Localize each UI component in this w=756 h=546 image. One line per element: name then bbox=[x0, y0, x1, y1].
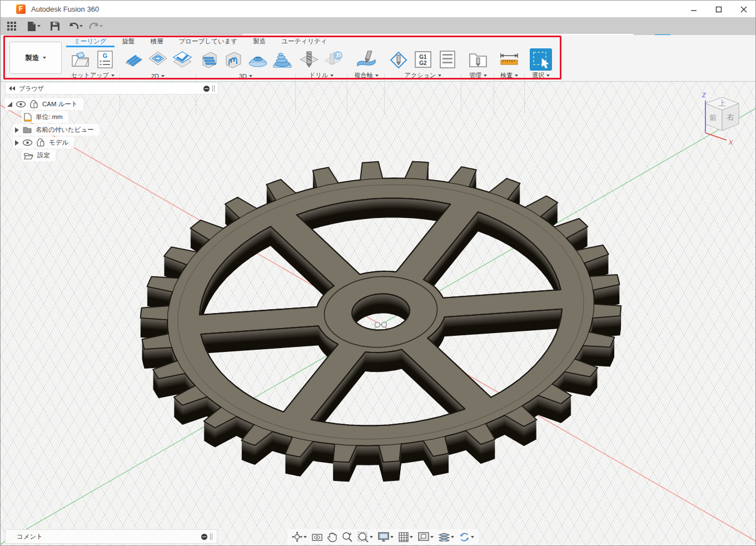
tab-turning[interactable]: 旋盤 bbox=[115, 36, 143, 47]
display-settings-icon[interactable] bbox=[378, 532, 394, 542]
3d-spiral-icon[interactable] bbox=[272, 48, 293, 71]
group-setup: G セットアップ bbox=[66, 48, 120, 81]
group-setup-label[interactable]: セットアップ bbox=[66, 71, 120, 80]
2d-adaptive-icon[interactable] bbox=[123, 48, 144, 71]
file-menu-icon[interactable] bbox=[25, 19, 38, 33]
dropdown-caret-icon bbox=[330, 75, 334, 77]
visual-style-icon[interactable] bbox=[439, 533, 454, 542]
redo-icon[interactable] bbox=[87, 19, 101, 33]
group-manage: 管理 bbox=[463, 48, 493, 81]
new-setup-icon[interactable] bbox=[70, 48, 91, 71]
panel-grip-icon[interactable] bbox=[212, 85, 215, 92]
gear-hub-edge bbox=[325, 276, 437, 347]
group-select-label[interactable]: 選択 bbox=[526, 71, 555, 80]
group-manage-label[interactable]: 管理 bbox=[463, 71, 493, 80]
collapse-panel-icon[interactable] bbox=[9, 86, 15, 91]
zoom-icon[interactable] bbox=[342, 532, 352, 542]
tab-fabrication[interactable]: 製造 bbox=[245, 36, 273, 47]
comment-bar[interactable]: コメント bbox=[5, 529, 217, 544]
redo-caret[interactable] bbox=[100, 25, 103, 27]
dropdown-caret-icon[interactable] bbox=[304, 536, 307, 538]
post-process-icon[interactable] bbox=[388, 48, 409, 71]
look-at-icon[interactable] bbox=[312, 533, 322, 542]
visibility-eye-icon[interactable] bbox=[23, 140, 32, 146]
fusion-logo-icon: F bbox=[16, 4, 26, 14]
view-cube[interactable]: 上 前 右 Z X bbox=[689, 90, 754, 150]
svg-text:G: G bbox=[103, 52, 108, 59]
browser-panel: ブラウザ CAM ルート bbox=[5, 82, 218, 161]
gear-side-extrusion bbox=[141, 173, 621, 474]
visibility-eye-icon[interactable] bbox=[16, 101, 26, 107]
gear-side-extrusion bbox=[141, 178, 621, 479]
tab-utilities[interactable]: ユーティリティ bbox=[273, 36, 335, 47]
group-action-label[interactable]: アクション bbox=[386, 71, 460, 80]
tree-item-model[interactable]: モデル bbox=[13, 137, 74, 148]
save-icon[interactable] bbox=[48, 19, 62, 33]
tab-milling[interactable]: ミーリング bbox=[66, 36, 115, 47]
browser-title: ブラウザ bbox=[19, 85, 44, 93]
gear-side-extrusion bbox=[141, 170, 621, 470]
panel-minimize-icon[interactable] bbox=[203, 86, 210, 92]
expanded-triangle-icon[interactable] bbox=[7, 102, 12, 107]
undo-icon[interactable] bbox=[67, 19, 81, 33]
collapsed-triangle-icon[interactable] bbox=[15, 140, 19, 146]
measure-icon[interactable] bbox=[499, 48, 520, 71]
dropdown-caret-icon[interactable] bbox=[471, 536, 474, 538]
app-grid-menu-icon[interactable] bbox=[5, 19, 18, 33]
close-button[interactable] bbox=[734, 3, 753, 16]
minimize-button[interactable] bbox=[684, 3, 703, 16]
dropdown-caret-icon[interactable] bbox=[430, 536, 434, 538]
dropdown-caret-icon[interactable] bbox=[410, 536, 413, 538]
workspace-selector-button[interactable]: 製造 bbox=[9, 42, 62, 74]
dropdown-caret-icon[interactable] bbox=[451, 536, 454, 538]
refresh-icon[interactable] bbox=[459, 532, 474, 542]
tree-item-label: CAM ルート bbox=[42, 100, 78, 108]
tab-additive[interactable]: 積層 bbox=[143, 36, 171, 47]
orbit-icon[interactable] bbox=[292, 532, 307, 542]
panel-minimize-icon[interactable] bbox=[201, 534, 207, 540]
drill-icon[interactable] bbox=[299, 48, 320, 71]
collapsed-triangle-icon[interactable] bbox=[15, 127, 19, 133]
tab-inspection[interactable]: プローブしています bbox=[171, 36, 246, 47]
g1g2-icon[interactable]: G1 G2 bbox=[412, 48, 434, 71]
group-3d-label[interactable]: 3D bbox=[198, 73, 294, 80]
file-menu-caret[interactable] bbox=[37, 25, 41, 27]
select-tool-icon[interactable] bbox=[530, 48, 552, 71]
pan-icon[interactable] bbox=[327, 532, 337, 542]
gear-side-extrusion bbox=[141, 176, 621, 477]
tree-item-cam-root[interactable]: CAM ルート bbox=[5, 98, 83, 110]
dropdown-caret-icon[interactable] bbox=[370, 536, 373, 538]
3d-adaptive-icon[interactable] bbox=[198, 48, 220, 71]
multiaxis-icon[interactable] bbox=[356, 48, 377, 71]
tree-item-units[interactable]: 単位: mm bbox=[22, 111, 68, 123]
panel-grip-icon[interactable] bbox=[210, 533, 212, 540]
drill-wrench-icon[interactable]: + bbox=[323, 48, 344, 71]
2d-pocket-icon[interactable] bbox=[147, 48, 168, 71]
group-drill-label[interactable]: ドリル bbox=[297, 71, 345, 80]
gcode-document-icon[interactable]: G bbox=[94, 48, 116, 71]
tool-library-icon[interactable] bbox=[467, 48, 489, 71]
undo-caret[interactable] bbox=[79, 25, 83, 27]
dropdown-caret-icon[interactable] bbox=[390, 536, 394, 538]
group-multiaxis-label[interactable]: 複合軸 bbox=[350, 71, 383, 80]
tree-item-settings[interactable]: 設定 bbox=[22, 150, 56, 161]
group-multiaxis: 複合軸 bbox=[350, 48, 383, 81]
group-inspect-label[interactable]: 検査 bbox=[495, 71, 523, 80]
2d-face-icon[interactable] bbox=[172, 48, 193, 71]
3d-pocket-icon[interactable] bbox=[223, 48, 244, 71]
setup-sheet-icon[interactable] bbox=[437, 48, 458, 71]
group-2d: 2D bbox=[122, 48, 194, 81]
group-3d: 3D bbox=[198, 48, 294, 81]
3d-contour-icon[interactable] bbox=[247, 48, 268, 71]
maximize-button[interactable] bbox=[709, 3, 728, 16]
dropdown-caret-icon bbox=[111, 75, 115, 77]
zoom-window-icon[interactable] bbox=[357, 532, 373, 542]
viewports-icon[interactable] bbox=[418, 532, 434, 542]
grid-display-icon[interactable] bbox=[399, 532, 413, 542]
browser-header[interactable]: ブラウザ bbox=[5, 82, 218, 95]
group-2d-label[interactable]: 2D bbox=[122, 73, 194, 80]
workspace-label: 製造 bbox=[26, 53, 39, 63]
gear-side-extrusion bbox=[141, 168, 621, 469]
tree-item-named-views[interactable]: 名前の付いたビュー bbox=[13, 124, 100, 136]
gear-root-circle bbox=[167, 178, 594, 445]
